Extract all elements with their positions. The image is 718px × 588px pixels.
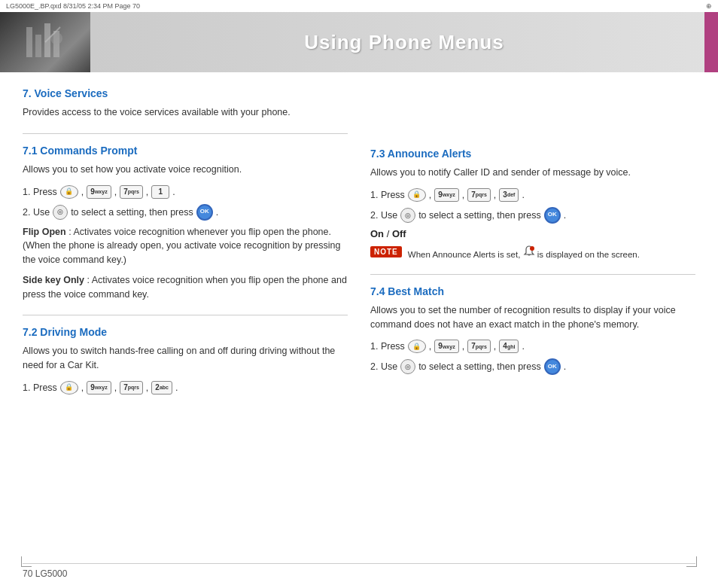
- note-text-1: When Announce Alerts is set,: [408, 250, 523, 259]
- key-4-1: 4ghi: [499, 340, 519, 353]
- announce-alerts-title: 7.3 Announce Alerts: [370, 148, 695, 160]
- flip-open-desc: : Activates voice recognition whenever y…: [23, 227, 340, 266]
- ok-icon-1: OK: [196, 204, 213, 221]
- voice-services-title: 7. Voice Services: [23, 87, 348, 99]
- period-2: .: [216, 205, 218, 220]
- comma-2: ,: [114, 184, 117, 200]
- cross-mark-placeholder: ⊕: [706, 2, 712, 10]
- period-b2: .: [564, 359, 566, 374]
- announce-step1: 1. Press 🔒 , 9wxyz , 7pqrs , 3def .: [370, 187, 695, 203]
- header-title: Using Phone Menus: [90, 31, 718, 54]
- best-match-step1: 1. Press 🔒 , 9wxyz , 7pqrs , 4ghi .: [370, 339, 695, 354]
- key-2-1: 2abc: [151, 381, 172, 395]
- best-step2-mid: to select a setting, then press: [418, 359, 541, 374]
- print-mark-text: LG5000E_.BP.qxd 8/31/05 2:34 PM Page 70: [6, 2, 140, 10]
- nav-icon-3: ◎: [400, 359, 415, 374]
- key-1-1: 1: [151, 185, 169, 199]
- note-content: When Announce Alerts is set, is displaye…: [408, 245, 640, 260]
- announce-step2-pre: 2. Use: [370, 208, 397, 223]
- comma-1: ,: [81, 184, 84, 200]
- commands-prompt-desc: Allows you to set how you activate voice…: [23, 163, 348, 177]
- best-step2-pre: 2. Use: [370, 359, 397, 374]
- on-off-label: On: [370, 228, 384, 239]
- announce-step2: 2. Use ◎ to select a setting, then press…: [370, 207, 695, 224]
- note-label: NOTE: [370, 246, 402, 257]
- key-9-1: 9wxyz: [87, 185, 111, 199]
- side-key-label: Side key Only: [23, 275, 84, 285]
- side-key-block: Side key Only : Activates voice recognit…: [23, 273, 348, 302]
- best-match-title: 7.4 Best Match: [370, 285, 695, 297]
- key-7-2: 7pqrs: [120, 381, 143, 395]
- comma-d2: ,: [114, 380, 117, 395]
- key-lock-1: 🔒: [60, 185, 78, 199]
- announce-step2-mid: to select a setting, then press: [418, 208, 541, 223]
- on-off-block: On / Off: [370, 228, 695, 239]
- driving-mode-title: 7.2 Driving Mode: [23, 326, 348, 338]
- driving-mode-desc: Allows you to switch hands-free calling …: [23, 344, 348, 373]
- page-header: Using Phone Menus: [0, 12, 718, 72]
- note-text-2: is displayed on the screen.: [537, 250, 640, 259]
- flip-open-block: Flip Open : Activates voice recognition …: [23, 225, 348, 267]
- key-7-4: 7pqrs: [467, 340, 491, 353]
- header-image-inner: [0, 12, 90, 72]
- comma-b1: ,: [429, 339, 431, 354]
- key-9-3: 9wxyz: [434, 188, 458, 202]
- flip-open-label: Flip Open: [23, 227, 66, 237]
- comma-d3: ,: [146, 380, 148, 395]
- key-lock-2: 🔒: [60, 381, 78, 395]
- svg-rect-1: [35, 35, 41, 57]
- comma-d1: ,: [81, 380, 84, 395]
- divider-3: [370, 274, 695, 275]
- key-lock-4: 🔒: [408, 340, 426, 353]
- section-announce-alerts: 7.3 Announce Alerts Allows you to notify…: [370, 148, 695, 260]
- period-b1: .: [522, 339, 524, 354]
- key-lock-3: 🔒: [408, 188, 426, 202]
- ok-icon-2: OK: [544, 207, 561, 224]
- note-bell-icon: [523, 245, 535, 257]
- key-3-1: 3def: [499, 188, 519, 202]
- off-label: Off: [392, 228, 406, 239]
- best-match-step2: 2. Use ◎ to select a setting, then press…: [370, 358, 695, 375]
- key-7-3: 7pqrs: [467, 188, 491, 202]
- header-decorative-icon: [23, 20, 68, 65]
- header-accent-bar: [704, 12, 718, 72]
- step1-pre: 1. Press: [23, 184, 57, 200]
- ok-icon-3: OK: [544, 358, 561, 375]
- period-a1: .: [522, 187, 524, 203]
- svg-point-5: [530, 246, 534, 251]
- divider-1: [23, 133, 348, 134]
- right-column: 7.3 Announce Alerts Allows you to notify…: [370, 87, 695, 409]
- commands-step2: 2. Use ◎ to select a setting, then press…: [23, 204, 348, 221]
- section-commands-prompt: 7.1 Commands Prompt Allows you to set ho…: [23, 145, 348, 302]
- divider-2: [23, 315, 348, 315]
- announce-alerts-desc: Allows you to notify Caller ID and sende…: [370, 166, 695, 180]
- comma-b3: ,: [494, 339, 496, 354]
- commands-step1: 1. Press 🔒 , 9wxyz , 7pqrs , 1 .: [23, 184, 348, 200]
- driving-step1: 1. Press 🔒 , 9wxyz , 7pqrs , 2abc .: [23, 380, 348, 395]
- left-column: 7. Voice Services Provides access to the…: [23, 87, 348, 409]
- period-1: .: [172, 184, 175, 200]
- nav-icon-2: ◎: [400, 208, 415, 223]
- comma-a3: ,: [494, 187, 496, 203]
- period-d1: .: [175, 380, 178, 395]
- period-a2: .: [564, 208, 566, 223]
- print-mark-line: LG5000E_.BP.qxd 8/31/05 2:34 PM Page 70 …: [0, 0, 718, 12]
- commands-prompt-title: 7.1 Commands Prompt: [23, 145, 348, 157]
- svg-rect-0: [26, 27, 32, 57]
- step2-mid: to select a setting, then press: [71, 205, 193, 220]
- section-voice-services: 7. Voice Services Provides access to the…: [23, 87, 348, 120]
- key-9-2: 9wxyz: [87, 381, 111, 395]
- section-best-match: 7.4 Best Match Allows you to set the num…: [370, 285, 695, 376]
- footer-page-number: 70: [23, 568, 32, 579]
- page-footer: 70 LG5000: [23, 563, 695, 579]
- comma-3: ,: [146, 184, 148, 200]
- comma-b2: ,: [462, 339, 464, 354]
- header-image: [0, 12, 90, 72]
- footer-model-name: LG5000: [35, 568, 68, 579]
- step2-pre: 2. Use: [23, 205, 50, 220]
- nav-icon-1: ◎: [53, 205, 68, 220]
- main-content: 7. Voice Services Provides access to the…: [0, 72, 718, 416]
- section-driving-mode: 7.2 Driving Mode Allows you to switch ha…: [23, 326, 348, 395]
- key-9-4: 9wxyz: [434, 340, 458, 353]
- key-7-1: 7pqrs: [120, 185, 143, 199]
